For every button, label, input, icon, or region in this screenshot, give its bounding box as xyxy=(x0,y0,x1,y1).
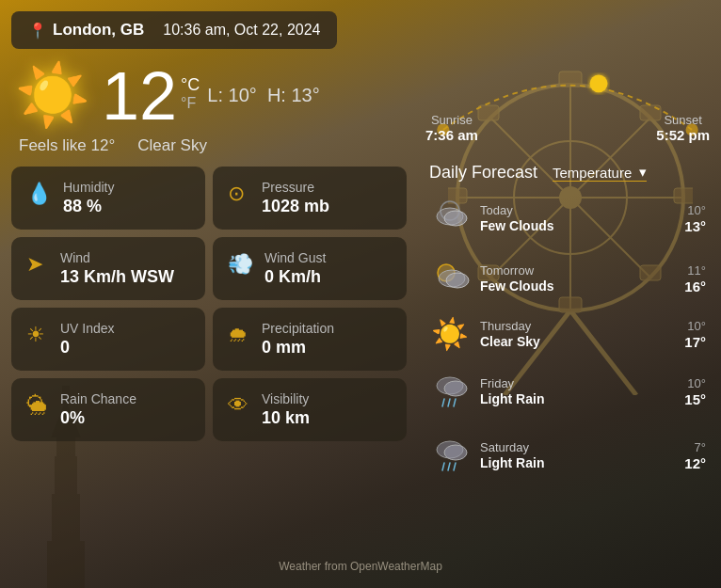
wind-icon: ➤ xyxy=(26,252,49,277)
forecast-day-friday: Friday xyxy=(480,376,675,390)
pressure-icon: ⊙ xyxy=(228,182,250,206)
feels-like-row: Feels like 12° Clear Sky xyxy=(11,136,407,161)
forecast-header: Daily Forecast Temperature ▾ xyxy=(425,163,710,183)
forecast-low-saturday: 7° xyxy=(695,440,706,454)
sunrise-info: Sunrise 7:36 am xyxy=(425,113,478,143)
forecast-cond-saturday: Light Rain xyxy=(480,455,675,470)
left-panel: ☀️ 12 °C °F L: 10° H: 13° xyxy=(11,56,407,552)
uv-index-label: UV Index xyxy=(60,321,115,336)
forecast-selector[interactable]: Temperature ▾ xyxy=(553,164,647,182)
forecast-day-saturday: Saturday xyxy=(480,440,675,454)
wind-card: ➤ Wind 13 Km/h WSW xyxy=(11,237,205,300)
humidity-card: 💧 Humidity 88 % xyxy=(11,167,205,230)
pressure-card: ⊙ Pressure 1028 mb xyxy=(213,167,407,230)
precipitation-icon: 🌧 xyxy=(228,323,250,347)
forecast-high-thursday: 17° xyxy=(684,334,706,350)
temperature-value: 12 xyxy=(102,62,177,130)
feels-like: Feels like 12° xyxy=(19,136,115,155)
wind-value: 13 Km/h WSW xyxy=(60,267,174,287)
condition-text: Clear Sky xyxy=(137,136,207,155)
sunset-time: 5:52 pm xyxy=(656,127,710,143)
uv-index-value: 0 xyxy=(60,338,115,358)
forecast-day-tomorrow: Tomorrow xyxy=(480,263,675,278)
svg-point-33 xyxy=(444,381,467,396)
visibility-card: 👁 Visibility 10 km xyxy=(213,378,407,441)
precipitation-value: 0 mm xyxy=(262,338,334,358)
forecast-icon-saturday xyxy=(429,431,471,480)
visibility-label: Visibility xyxy=(262,391,310,406)
pressure-value: 1028 mb xyxy=(262,197,329,216)
forecast-icon-thursday: ☀️ xyxy=(429,316,471,352)
footer: Weather from OpenWeatherMap xyxy=(11,560,710,577)
pressure-label: Pressure xyxy=(262,180,329,195)
svg-line-36 xyxy=(454,399,456,406)
svg-point-31 xyxy=(446,273,469,288)
forecast-high-saturday: 12° xyxy=(684,455,706,471)
forecast-day-thursday: Thursday xyxy=(480,319,675,333)
uv-index-icon: ☀ xyxy=(26,323,49,347)
precipitation-card: 🌧 Precipitation 0 mm xyxy=(213,308,407,371)
forecast-high-today: 13° xyxy=(684,218,706,234)
forecast-icon-today xyxy=(429,196,471,241)
temperature-row: ☀️ 12 °C °F L: 10° H: 13° xyxy=(11,56,407,131)
datetime: 10:36 am, Oct 22, 2024 xyxy=(163,22,320,39)
forecast-selector-label: Temperature xyxy=(553,165,632,181)
footer-text: Weather from OpenWeatherMap xyxy=(279,560,442,573)
svg-line-35 xyxy=(448,399,450,406)
sunrise-label: Sunrise xyxy=(425,113,478,127)
forecast-low-tomorrow: 11° xyxy=(687,263,706,278)
rain-chance-icon: 🌦 xyxy=(26,393,49,418)
forecast-cond-tomorrow: Few Clouds xyxy=(480,278,675,294)
rain-chance-label: Rain Chance xyxy=(60,391,136,406)
svg-line-39 xyxy=(442,463,444,470)
temp-unit-celsius[interactable]: °C xyxy=(181,75,200,95)
svg-line-34 xyxy=(442,399,444,406)
forecast-title: Daily Forecast xyxy=(429,163,537,183)
wind-gust-card: 💨 Wind Gust 0 Km/h xyxy=(213,237,407,300)
forecast-item-tomorrow: Tomorrow Few Clouds 11° 16° xyxy=(425,250,710,307)
temperature-main: 12 °C °F L: 10° H: 13° xyxy=(102,62,320,130)
stats-grid: 💧 Humidity 88 % ⊙ Pressure 1028 mb ➤ xyxy=(11,167,407,441)
svg-point-38 xyxy=(444,445,467,460)
forecast-list: Today Few Clouds 10° 13° xyxy=(425,190,710,485)
svg-point-23 xyxy=(590,74,608,92)
location: 📍 London, GB xyxy=(28,21,144,40)
forecast-item-friday: Friday Light Rain 10° 15° xyxy=(425,361,710,421)
svg-line-40 xyxy=(448,463,450,470)
forecast-high-tomorrow: 16° xyxy=(684,278,706,294)
forecast-low-friday: 10° xyxy=(687,376,706,390)
chevron-down-icon: ▾ xyxy=(639,164,647,181)
sun-arc-section: Sunrise 7:36 am Sunset 5:52 pm xyxy=(425,56,710,155)
forecast-cond-thursday: Clear Sky xyxy=(480,334,675,349)
forecast-cond-today: Few Clouds xyxy=(480,218,675,233)
svg-point-28 xyxy=(444,211,467,226)
forecast-icon-tomorrow xyxy=(429,256,471,301)
forecast-item-thursday: ☀️ Thursday Clear Sky 10° 17° xyxy=(425,310,710,358)
uv-index-card: ☀ UV Index 0 xyxy=(11,308,205,371)
rain-chance-value: 0% xyxy=(60,408,136,428)
wind-label: Wind xyxy=(60,250,174,265)
current-weather-icon: ☀️ xyxy=(15,60,90,131)
forecast-cond-friday: Light Rain xyxy=(480,391,675,406)
forecast-day-today: Today xyxy=(480,203,675,217)
visibility-value: 10 km xyxy=(262,408,310,428)
forecast-high-friday: 15° xyxy=(684,391,706,407)
wind-gust-value: 0 Km/h xyxy=(264,267,326,287)
precipitation-label: Precipitation xyxy=(262,321,334,336)
rain-chance-card: 🌦 Rain Chance 0% xyxy=(11,378,205,441)
forecast-low-thursday: 10° xyxy=(687,319,706,333)
location-text: London, GB xyxy=(53,21,144,40)
temp-unit-fahrenheit[interactable]: °F xyxy=(181,95,200,112)
location-pin-icon: 📍 xyxy=(28,22,47,40)
forecast-item-today: Today Few Clouds 10° 13° xyxy=(425,190,710,246)
sunset-info: Sunset 5:52 pm xyxy=(656,113,710,143)
header-bar: 📍 London, GB 10:36 am, Oct 22, 2024 xyxy=(11,11,337,49)
humidity-value: 88 % xyxy=(63,197,114,216)
forecast-icon-friday xyxy=(429,367,471,416)
forecast-low-today: 10° xyxy=(687,203,706,217)
visibility-icon: 👁 xyxy=(228,393,250,418)
svg-line-41 xyxy=(454,463,456,470)
forecast-item-saturday: Saturday Light Rain 7° 12° xyxy=(425,425,710,485)
sunrise-time: 7:36 am xyxy=(425,127,478,143)
humidity-icon: 💧 xyxy=(26,182,52,206)
